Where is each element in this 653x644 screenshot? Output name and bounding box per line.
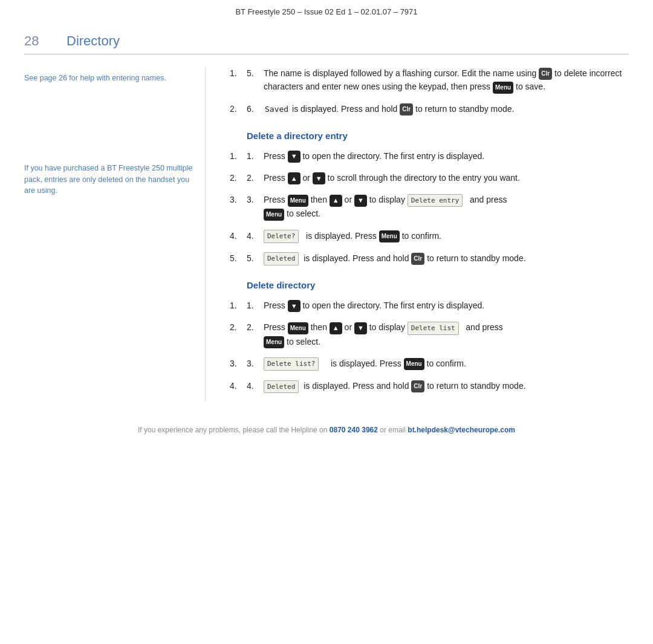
sidebar-note-1: See page 26 for help with entering names…	[24, 67, 193, 84]
delete-dir-step-1: 1. Press ▼ to open the directory. The fi…	[230, 299, 629, 312]
clr-button-3: Clr	[411, 253, 424, 265]
clr-button-1: Clr	[539, 68, 552, 80]
delete-dir-step-2: 2. Press Menu then ▲ or ▼ to display Del…	[230, 320, 629, 348]
content-area: See page 26 for help with entering names…	[24, 54, 629, 402]
sidebar: See page 26 for help with entering names…	[24, 67, 206, 402]
delete-dir-step-4: 4. Deleted is displayed. Press and hold …	[230, 379, 629, 393]
menu-button-2: Menu	[288, 195, 308, 207]
sidebar-note-2: If you have purchased a BT Freestyle 250…	[24, 157, 193, 197]
delete-entry-step-4: 4. Delete? is displayed. Press Menu to c…	[230, 229, 629, 243]
down-button-3: ▼	[354, 195, 367, 207]
menu-button-7: Menu	[404, 358, 424, 370]
up-button-2: ▲	[330, 195, 342, 207]
up-button-3: ▲	[330, 322, 342, 334]
page-footer: If you experience any problems, please c…	[24, 414, 629, 440]
menu-button-4: Menu	[379, 230, 400, 242]
header-title: BT Freestyle 250 – Issue 02 Ed 1 – 02.01…	[235, 7, 417, 16]
section-title-delete-entry: Delete a directory entry	[247, 131, 629, 141]
clr-button-2: Clr	[400, 103, 413, 115]
step-6: 6. Saved is displayed. Press and hold Cl…	[230, 102, 629, 116]
menu-button-5: Menu	[288, 322, 308, 334]
chapter-title: Directory	[67, 33, 120, 49]
clr-button-4: Clr	[411, 380, 424, 392]
section-title-delete-directory: Delete directory	[247, 280, 629, 290]
up-button-1: ▲	[288, 172, 301, 184]
down-button-1: ▼	[288, 151, 301, 163]
delete-dir-step-3: 3. Delete list? is displayed. Press Menu…	[230, 357, 629, 371]
down-button-5: ▼	[354, 322, 367, 334]
page-header: BT Freestyle 250 – Issue 02 Ed 1 – 02.01…	[24, 0, 629, 21]
delete-entry-step-5: 5. Deleted is displayed. Press and hold …	[230, 252, 629, 265]
footer-phone: 0870 240 3962	[330, 426, 378, 434]
lcd-delete-list-q: Delete list?	[264, 357, 319, 371]
lcd-delete-entry: Delete entry	[408, 194, 463, 207]
lcd-deleted-1: Deleted	[264, 252, 299, 265]
menu-button-3: Menu	[264, 209, 284, 221]
delete-entry-step-3: 3. Press Menu then ▲ or ▼ to display Del…	[230, 193, 629, 220]
menu-button-6: Menu	[264, 336, 284, 348]
down-button-2: ▼	[313, 172, 325, 184]
lcd-deleted-2: Deleted	[264, 380, 299, 394]
delete-entry-list: 1. Press ▼ to open the directory. The fi…	[230, 149, 629, 265]
lcd-delete-list: Delete list	[408, 322, 459, 335]
menu-button-1: Menu	[493, 82, 513, 94]
lcd-delete-q: Delete?	[264, 230, 299, 243]
chapter-number: 28	[24, 33, 48, 49]
chapter-header: 28 Directory	[24, 21, 629, 54]
main-content: 5. The name is displayed followed by a f…	[206, 67, 629, 402]
delete-directory-list: 1. Press ▼ to open the directory. The fi…	[230, 299, 629, 393]
down-button-4: ▼	[288, 300, 301, 312]
footer-email: bt.helpdesk@vtecheurope.com	[408, 426, 515, 434]
delete-entry-step-2: 2. Press ▲ or ▼ to scroll through the di…	[230, 171, 629, 184]
delete-entry-step-1: 1. Press ▼ to open the directory. The fi…	[230, 149, 629, 163]
continuing-steps-list: 5. The name is displayed followed by a f…	[230, 67, 629, 116]
step-5: 5. The name is displayed followed by a f…	[230, 67, 629, 94]
